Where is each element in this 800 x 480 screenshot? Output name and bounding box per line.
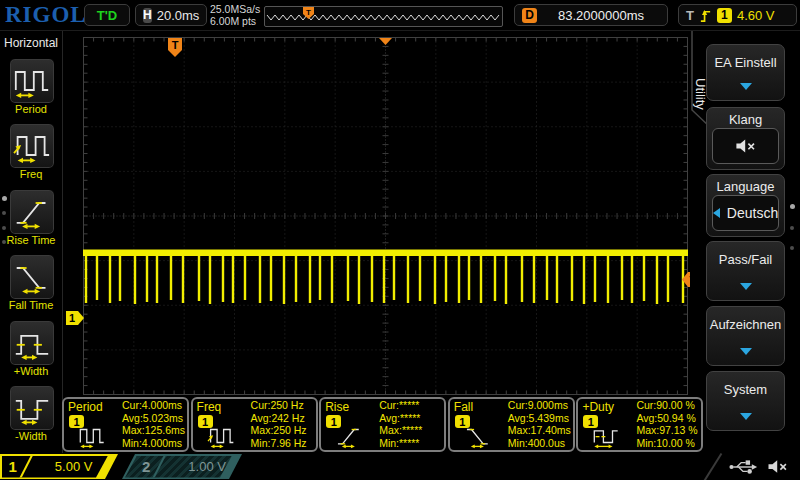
rise-glyph-icon — [329, 423, 369, 449]
left-menu-item-fall-time[interactable] — [9, 254, 55, 300]
measurement-min: Min:***** — [379, 437, 422, 450]
measurement-avg: Avg:5.023ms — [122, 412, 185, 425]
sound-toggle-button[interactable] — [712, 128, 779, 164]
utility-menu: Utility EA Einstell Klang Language Deuts… — [690, 30, 800, 453]
left-menu-item-freq[interactable] — [9, 123, 55, 169]
measurement-max: Max:125.6ms — [122, 424, 185, 437]
menu-item-label: Aufzeichnen — [707, 317, 784, 332]
preview-waveform: T — [265, 7, 500, 24]
measurement-cur: Cur:250 Hz — [251, 399, 307, 412]
channel-divider — [18, 452, 34, 480]
left-menu-label-width: +Width — [0, 365, 62, 377]
menu-item-aufzeichnen[interactable]: Aufzeichnen — [706, 306, 785, 366]
channel-scale: 5.00 V — [55, 459, 93, 474]
rise-time-icon — [12, 194, 52, 230]
measurement-avg: Avg:50.94 % — [636, 412, 697, 425]
measurement-max: Max:17.40ms — [508, 424, 571, 437]
menu-item-language[interactable]: Language Deutsch — [706, 174, 785, 237]
speaker-muted-icon — [734, 136, 758, 156]
channel-scale: 1.00 V — [188, 459, 226, 474]
measurement-cur: Cur:90.00 % — [636, 399, 697, 412]
left-menu-label-freq: Freq — [0, 168, 62, 180]
channel-2-status[interactable]: 2 1.00 V — [122, 454, 242, 479]
duty-glyph-icon — [586, 423, 626, 449]
measurement-name: Rise — [325, 400, 349, 414]
measurement-readout-bar: Period 1 Cur:4.000msAvg:5.023msMax:125.6… — [0, 396, 800, 453]
svg-text:1: 1 — [69, 312, 75, 324]
measurement-max: Max:250 Hz — [251, 424, 307, 437]
left-menu-item-width[interactable] — [9, 320, 55, 366]
freq-icon — [12, 128, 52, 164]
menu-item-label: Pass/Fail — [707, 252, 784, 267]
chevron-down-icon — [740, 83, 752, 90]
measurement-panel-duty: +Duty 1 Cur:90.00 %Avg:50.94 %Max:97.13 … — [576, 397, 703, 452]
measurement-max: Max:97.13 % — [636, 424, 697, 437]
top-status-bar: RIGOL T'D H 20.0ms 25.0MSa/s 6.00M pts T… — [0, 0, 800, 31]
measurement-avg: Avg:242 Hz — [251, 412, 307, 425]
period-icon — [12, 63, 52, 99]
measurement-cur: Cur:9.000ms — [508, 399, 571, 412]
trigger-readout: T 1 4.60 V — [678, 4, 797, 26]
freq-glyph-icon — [201, 423, 241, 449]
horizontal-scale-readout: H 20.0ms — [135, 4, 207, 26]
trigger-position-marker: T — [168, 38, 182, 57]
channel-1-status[interactable]: 1 5.00 V — [0, 454, 118, 479]
measurement-cur: Cur:***** — [379, 399, 422, 412]
ch1-waveform-pulses — [86, 252, 683, 304]
delay-readout: D 83.2000000ms — [514, 4, 668, 26]
measurement-min: Min:400.0us — [508, 437, 571, 450]
left-menu-title: Horizontal — [0, 36, 62, 50]
rising-edge-icon — [699, 8, 712, 23]
plus-width-icon — [12, 325, 52, 361]
measurement-panel-period: Period 1 Cur:4.000msAvg:5.023msMax:125.6… — [62, 397, 189, 452]
language-value: Deutsch — [727, 205, 778, 221]
measurement-cur: Cur:4.000ms — [122, 399, 185, 412]
h-scale-value: 20.0ms — [157, 8, 200, 23]
speaker-muted-icon — [766, 457, 790, 476]
system-status-icons — [728, 457, 790, 476]
measurement-name: Freq — [197, 400, 222, 414]
channel-status-bar: 1 5.00 V2 1.00 V — [0, 453, 800, 480]
measurement-max: Max:***** — [379, 424, 422, 437]
svg-text:T: T — [172, 39, 179, 51]
fall-time-icon — [12, 259, 52, 295]
trigger-level-value: 4.60 V — [737, 8, 775, 23]
delay-badge: D — [522, 8, 537, 23]
left-menu-item-period[interactable] — [9, 58, 55, 104]
menu-item-klang[interactable]: Klang — [706, 107, 785, 170]
channel-number: 2 — [132, 458, 150, 475]
memory-depth: 6.00M pts — [210, 15, 260, 27]
waveform-memory-preview[interactable]: T — [264, 6, 503, 27]
fall-glyph-icon — [458, 423, 498, 449]
h-badge: H — [143, 8, 152, 23]
menu-item-pass-fail[interactable]: Pass/Fail — [706, 241, 785, 301]
measurement-panel-freq: Freq 1 Cur:250 HzAvg:242 HzMax:250 HzMin… — [191, 397, 318, 452]
left-menu-item-rise-time[interactable] — [9, 189, 55, 235]
menu-item-ea-einstell[interactable]: EA Einstell — [706, 44, 785, 101]
measurement-panel-rise: Rise 1 Cur:*****Avg:*****Max:*****Min:**… — [319, 397, 446, 452]
measurement-min: Min:4.000ms — [122, 437, 185, 450]
measurement-min: Min:7.96 Hz — [251, 437, 307, 450]
acquisition-info: 25.0MSa/s 6.00M pts — [210, 3, 260, 27]
rigol-logo: RIGOL — [5, 2, 87, 28]
measurement-name: Period — [68, 400, 103, 414]
channel-1-marker: 1 — [66, 311, 84, 325]
channel-divider — [151, 452, 167, 480]
left-menu-label-period: Period — [0, 103, 62, 115]
chevron-down-icon — [740, 283, 752, 290]
left-menu-label-fall-time: Fall Time — [0, 299, 62, 311]
language-select[interactable]: Deutsch — [712, 195, 779, 231]
trigger-label: T — [686, 8, 694, 23]
menu-item-label: EA Einstell — [707, 54, 784, 69]
trigger-status-badge: T'D — [84, 4, 130, 26]
left-measure-menu: Horizontal PeriodFreqRise TimeFall Time+… — [0, 30, 63, 453]
measurement-panel-fall: Fall 1 Cur:9.000msAvg:5.439msMax:17.40ms… — [448, 397, 575, 452]
menu-item-label: Language — [707, 179, 784, 194]
corner-divider — [704, 453, 723, 480]
horizontal-center-marker — [379, 38, 392, 45]
menu-item-label: System — [707, 382, 784, 397]
channel-number: 1 — [9, 458, 17, 475]
oscilloscope-screen: T T 1 RIGOL T'D H 20.0ms 25.0MSa/s 6.00M… — [0, 0, 800, 480]
measurement-name: Fall — [454, 400, 473, 414]
usb-icon — [728, 458, 758, 476]
